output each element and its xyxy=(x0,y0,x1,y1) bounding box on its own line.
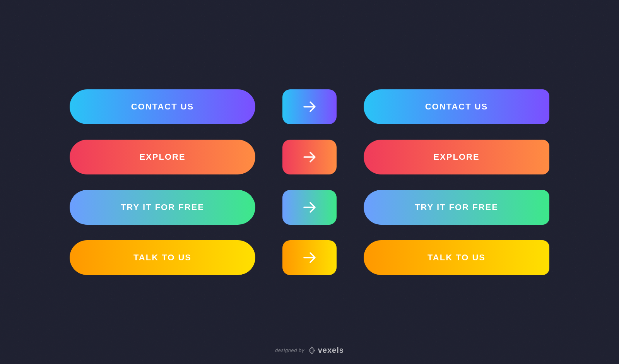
talk-to-us-arrow-button[interactable] xyxy=(282,240,337,275)
try-free-flat-button[interactable]: TRY IT FOR FREE xyxy=(364,190,549,225)
arrow-icon xyxy=(301,199,318,216)
try-free-arrow-button[interactable] xyxy=(282,190,337,225)
arrow-icon xyxy=(301,249,318,266)
button-grid: CONTACT US CONTACT US EXPLORE EXPLORE TR… xyxy=(70,89,549,275)
explore-flat-button[interactable]: EXPLORE xyxy=(364,140,549,174)
explore-arrow-button[interactable] xyxy=(282,140,337,174)
explore-pill-label: EXPLORE xyxy=(139,152,185,162)
try-free-flat-label: TRY IT FOR FREE xyxy=(415,202,498,212)
try-free-pill-label: TRY IT FOR FREE xyxy=(121,202,204,212)
talk-to-us-flat-button[interactable]: TALK TO US xyxy=(364,240,549,275)
contact-us-pill-button[interactable]: CONTACT US xyxy=(70,89,255,124)
try-free-pill-button[interactable]: TRY IT FOR FREE xyxy=(70,190,255,225)
vexels-logo: vexels xyxy=(308,346,344,355)
vexels-brand-text: vexels xyxy=(318,346,344,355)
watermark: designed by vexels xyxy=(275,346,344,355)
talk-to-us-pill-button[interactable]: TALK TO US xyxy=(70,240,255,275)
contact-us-arrow-button[interactable] xyxy=(282,89,337,124)
talk-to-us-flat-label: TALK TO US xyxy=(427,253,486,263)
talk-to-us-pill-label: TALK TO US xyxy=(133,253,192,263)
arrow-icon xyxy=(301,98,318,115)
contact-us-flat-button[interactable]: CONTACT US xyxy=(364,89,549,124)
explore-flat-label: EXPLORE xyxy=(433,152,479,162)
designed-by-text: designed by xyxy=(275,347,304,353)
explore-pill-button[interactable]: EXPLORE xyxy=(70,140,255,174)
vexels-diamond-icon xyxy=(308,346,316,355)
arrow-icon xyxy=(301,149,318,166)
contact-us-flat-label: CONTACT US xyxy=(425,102,488,112)
contact-us-pill-label: CONTACT US xyxy=(131,102,194,112)
